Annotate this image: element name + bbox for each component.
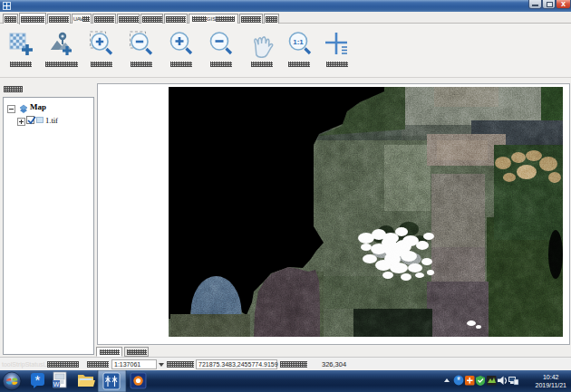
svg-text:1:1: 1:1 <box>293 38 304 46</box>
svg-text:*: * <box>457 376 460 386</box>
svg-text:W: W <box>53 381 60 387</box>
svg-text:*: * <box>35 372 41 387</box>
